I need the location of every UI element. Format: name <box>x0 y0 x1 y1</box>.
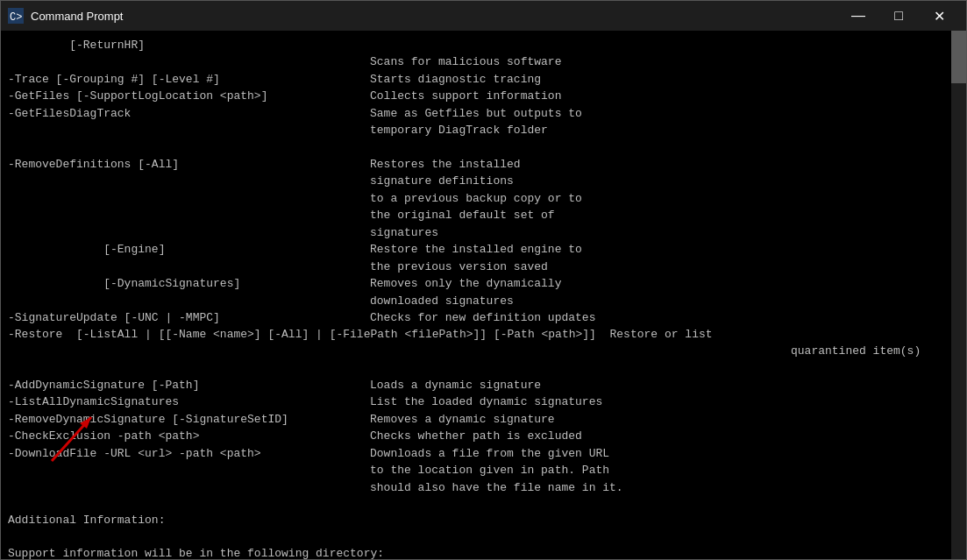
scrollbar[interactable] <box>951 31 966 559</box>
line-listalldyn: -ListAllDynamicSignatures List the loade… <box>8 393 944 411</box>
line-downloadfile2: to the location given in path. Path <box>8 462 944 479</box>
line-adddyn: -AddDynamicSignature [-Path] Loads a dyn… <box>8 377 944 394</box>
line-blank1 <box>8 139 944 156</box>
title-bar: C> Command Prompt — □ ✕ <box>1 1 966 31</box>
terminal[interactable]: [-ReturnHR] Scans for malicious software… <box>1 31 951 559</box>
line-engine: [-Engine] Restore the installed engine t… <box>8 241 944 259</box>
line-removedyn: -RemoveDynamicSignature [-SignatureSetID… <box>8 411 944 429</box>
command-prompt-window: C> Command Prompt — □ ✕ [-ReturnHR] Scan… <box>0 0 967 560</box>
scrollbar-thumb[interactable] <box>951 31 966 83</box>
line-getfilesdiag: -GetFilesDiagTrack Same as Getfiles but … <box>8 105 944 123</box>
minimize-button[interactable]: — <box>838 1 878 31</box>
line-scans: Scans for malicious software <box>8 54 944 71</box>
line-returnhr: [-ReturnHR] <box>8 38 944 54</box>
red-arrow <box>43 413 113 465</box>
line-removedef: -RemoveDefinitions [-All] Restores the i… <box>8 156 944 174</box>
line-restore2: quarantined item(s) <box>8 343 944 360</box>
line-restore: -Restore [-ListAll | [[-Name <name>] [-A… <box>8 327 944 344</box>
restore-button[interactable]: □ <box>878 1 919 31</box>
terminal-content: [-ReturnHR] Scans for malicious software… <box>8 38 944 559</box>
line-engine2: the previous version saved <box>8 259 944 276</box>
line-dynsig: [-DynamicSignatures] Removes only the dy… <box>8 275 944 293</box>
line-removedef3: to a previous backup copy or to <box>8 190 944 208</box>
window-title: Command Prompt <box>31 10 838 23</box>
line-downloadfile3: should also have the file name in it. <box>8 479 944 497</box>
line-removedef4: the original default set of <box>8 207 944 224</box>
line-getfiles: -GetFiles [-SupportLogLocation <path>] C… <box>8 88 944 105</box>
line-sigupdate: -SignatureUpdate [-UNC | -MMPC] Checks f… <box>8 309 944 327</box>
line-downloadfile: -DownloadFile -URL <url> -path <path> Do… <box>8 445 944 463</box>
line-trace: -Trace [-Grouping #] [-Level #] Starts d… <box>8 71 944 89</box>
line-blank3 <box>8 496 944 513</box>
line-removedef2: signature definitions <box>8 173 944 190</box>
line-support: Support information will be in the follo… <box>8 546 944 559</box>
line-checkexcl: -CheckExclusion -path <path> Checks whet… <box>8 428 944 445</box>
line-blank2 <box>8 360 944 377</box>
svg-text:C>: C> <box>10 11 22 24</box>
line-blank4 <box>8 529 944 546</box>
line-removedef5: signatures <box>8 224 944 242</box>
line-getfilesdiag2: temporary DiagTrack folder <box>8 122 944 139</box>
window-controls: — □ ✕ <box>838 1 959 31</box>
cmd-icon: C> <box>8 8 24 24</box>
line-addinfo: Additional Information: <box>8 513 944 529</box>
close-button[interactable]: ✕ <box>919 1 959 31</box>
line-dynsig2: downloaded signatures <box>8 293 944 310</box>
content-area: [-ReturnHR] Scans for malicious software… <box>1 31 966 559</box>
